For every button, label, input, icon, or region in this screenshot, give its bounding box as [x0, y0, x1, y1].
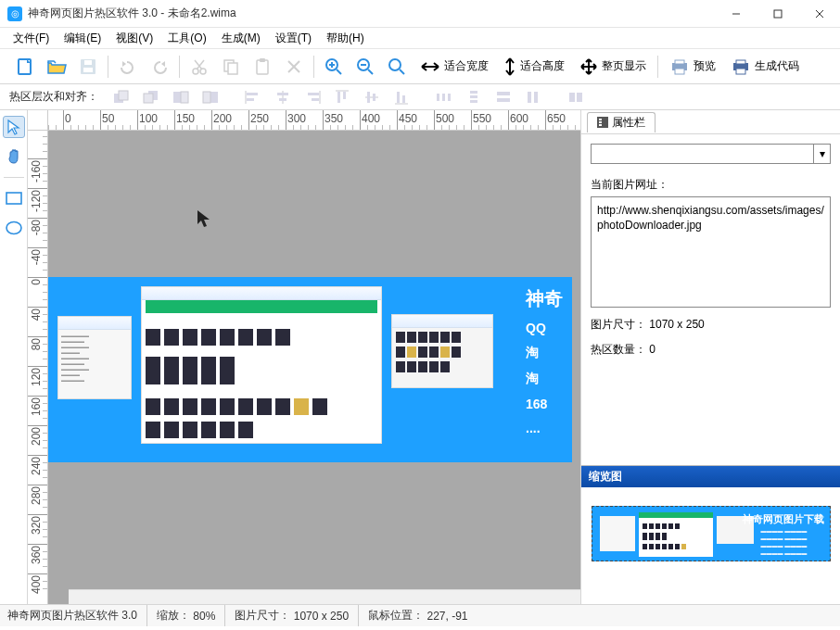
canvas-wrap: 0501001502002503003504004505005506006507…: [28, 110, 580, 604]
new-button[interactable]: [9, 53, 41, 81]
status-app: 神奇网页图片热区软件 3.0: [7, 605, 147, 626]
svg-rect-68: [470, 100, 477, 103]
svg-rect-7: [84, 60, 92, 65]
cursor-icon: [197, 209, 211, 228]
send-back-button[interactable]: [137, 87, 165, 107]
zoom-reset-button[interactable]: [381, 53, 413, 81]
svg-line-26: [400, 69, 404, 74]
app-icon: ◎: [7, 6, 22, 21]
align-bottom-button[interactable]: [388, 87, 415, 107]
align-toolbar: 热区层次和对齐：: [0, 84, 840, 110]
panel-tabs: 属性栏: [581, 110, 840, 134]
save-button[interactable]: [72, 53, 104, 81]
open-button[interactable]: [41, 53, 72, 81]
align-center-h-button[interactable]: [269, 87, 297, 107]
align-center-v-button[interactable]: [358, 87, 386, 107]
svg-rect-15: [260, 58, 265, 62]
menu-build[interactable]: 生成(M): [214, 28, 268, 48]
right-panel: 属性栏 ▾ 当前图片网址： http://www.shenqixiangsu.c…: [580, 110, 840, 604]
align-right-button[interactable]: [299, 87, 326, 107]
svg-rect-36: [736, 69, 745, 74]
hotspot-select[interactable]: ▾: [591, 144, 831, 164]
svg-rect-52: [308, 93, 319, 95]
url-textbox[interactable]: http://www.shenqixiangsu.com/assets/imag…: [591, 196, 831, 308]
status-mouse-label: 鼠标位置：: [368, 608, 424, 624]
svg-rect-78: [599, 119, 602, 120]
align-label: 热区层次和对齐：: [9, 89, 98, 105]
fit-page-button[interactable]: 整页显示: [572, 53, 654, 81]
url-label: 当前图片网址：: [591, 177, 831, 193]
undo-button[interactable]: [112, 53, 144, 81]
svg-rect-74: [577, 93, 582, 102]
menubar: 文件(F) 编辑(E) 视图(V) 工具(O) 生成(M) 设置(T) 帮助(H…: [0, 28, 840, 48]
bring-front-button[interactable]: [108, 87, 135, 107]
close-button[interactable]: [798, 0, 840, 28]
send-backward-button[interactable]: [197, 87, 224, 107]
preview-button[interactable]: 预览: [662, 53, 723, 81]
fit-height-button[interactable]: 适合高度: [496, 53, 572, 81]
select-tool[interactable]: [3, 116, 25, 138]
zoom-out-button[interactable]: [350, 53, 381, 81]
same-height-button[interactable]: [519, 87, 547, 107]
redo-button[interactable]: [144, 53, 175, 81]
status-zoom-label: 缩放：: [157, 608, 190, 624]
svg-rect-59: [373, 94, 375, 101]
hand-tool[interactable]: [3, 145, 25, 168]
minimize-button[interactable]: [715, 0, 757, 28]
ruler-corner: [28, 110, 48, 131]
img-size-label: 图片尺寸：: [591, 318, 646, 331]
align-left-button[interactable]: [239, 87, 267, 107]
status-zoom-value: 80%: [193, 610, 215, 623]
menu-settings[interactable]: 设置(T): [268, 28, 319, 48]
canvas-image[interactable]: ▬▬▬▬▬▬▬▬▬▬▬▬▬▬▬▬▬▬▬▬▬▬▬▬▬▬▬▬▬▬▬▬▬▬▬▬▬▬▬▬…: [48, 277, 572, 462]
svg-rect-65: [448, 94, 451, 101]
menu-edit[interactable]: 编辑(E): [57, 28, 108, 48]
tab-properties[interactable]: 属性栏: [587, 112, 655, 132]
svg-rect-49: [277, 93, 288, 95]
svg-rect-79: [599, 121, 602, 123]
canvas-viewport[interactable]: ▬▬▬▬▬▬▬▬▬▬▬▬▬▬▬▬▬▬▬▬▬▬▬▬▬▬▬▬▬▬▬▬▬▬▬▬▬▬▬▬…: [48, 131, 580, 604]
svg-rect-80: [599, 124, 602, 126]
scrollbar-horizontal[interactable]: [69, 589, 580, 604]
distribute-h-button[interactable]: [430, 87, 458, 107]
distribute-v-button[interactable]: [460, 87, 488, 107]
align-top-button[interactable]: [328, 87, 356, 107]
fit-width-button[interactable]: 适合宽度: [413, 53, 496, 81]
printer-icon: [669, 58, 690, 75]
rect-tool[interactable]: [3, 187, 25, 209]
svg-rect-13: [228, 63, 237, 74]
menu-file[interactable]: 文件(F): [6, 28, 57, 48]
titlebar: ◎ 神奇网页图片热区软件 3.0 - 未命名2.wima: [0, 0, 840, 28]
menu-tool[interactable]: 工具(O): [160, 28, 213, 48]
zoom-in-button[interactable]: [318, 53, 350, 81]
maximize-button[interactable]: [757, 0, 798, 28]
bring-forward-button[interactable]: [167, 87, 195, 107]
svg-rect-6: [83, 68, 93, 72]
properties-icon: [597, 117, 608, 128]
svg-rect-38: [119, 91, 128, 100]
statusbar: 神奇网页图片热区软件 3.0 缩放： 80% 图片尺寸： 1070 x 250 …: [0, 604, 840, 626]
paste-button[interactable]: [247, 53, 278, 81]
gen-code-button[interactable]: 生成代码: [723, 53, 807, 81]
svg-rect-41: [173, 92, 181, 103]
svg-rect-40: [144, 94, 153, 103]
svg-rect-62: [402, 95, 405, 103]
svg-rect-69: [497, 92, 510, 95]
svg-rect-42: [181, 92, 188, 103]
menu-view[interactable]: 视图(V): [108, 28, 160, 48]
svg-rect-66: [470, 91, 477, 94]
svg-rect-14: [257, 60, 268, 74]
copy-button[interactable]: [215, 53, 247, 81]
ellipse-tool[interactable]: [3, 217, 25, 239]
delete-button[interactable]: [278, 53, 310, 81]
left-toolbar: [0, 110, 28, 604]
menu-help[interactable]: 帮助(H): [319, 28, 372, 48]
same-size-button[interactable]: [562, 87, 590, 107]
cut-button[interactable]: [184, 53, 215, 81]
same-width-button[interactable]: [490, 87, 517, 107]
thumbnail-image[interactable]: 神奇网页图片下载 ▬▬▬▬ ▬▬▬▬▬▬▬▬ ▬▬▬▬▬▬▬▬ ▬▬▬▬▬▬▬▬…: [592, 506, 831, 561]
thumbnail-panel: 缩览图 神奇网页图片下载 ▬▬▬▬ ▬▬▬▬▬▬▬▬ ▬▬▬▬▬▬▬▬ ▬▬▬▬…: [581, 465, 840, 604]
arrow-v-icon: [503, 57, 516, 77]
svg-rect-72: [534, 92, 538, 103]
svg-rect-56: [343, 92, 346, 99]
